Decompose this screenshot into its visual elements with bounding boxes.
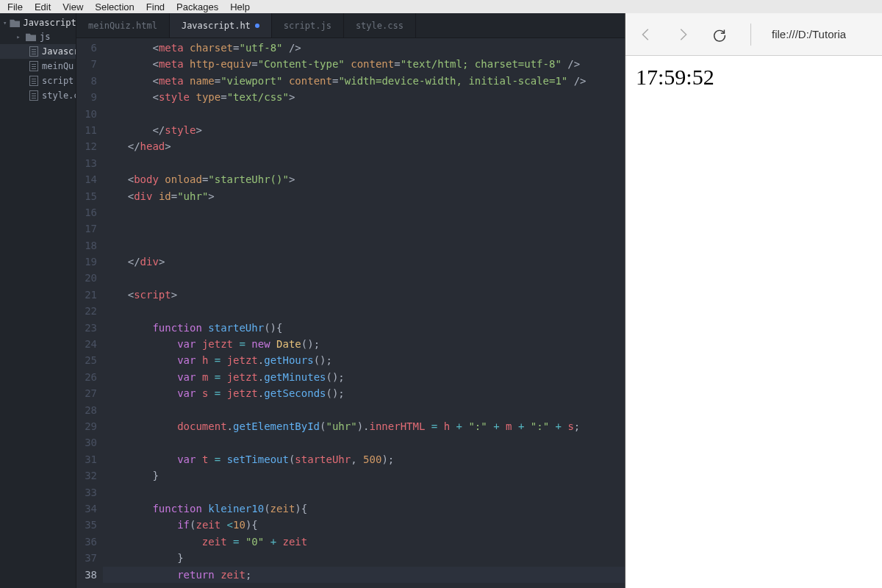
tree-file[interactable]: meinQu [0, 59, 76, 74]
refresh-button[interactable] [709, 24, 730, 45]
tree-file[interactable]: Javascri [0, 44, 76, 59]
tabbar: meinQuiz.htmlJavascript.htscript.jsstyle… [76, 13, 625, 38]
back-button[interactable] [636, 24, 656, 45]
clock-output: 17:59:52 [636, 65, 714, 89]
tree-file-label: style.css [42, 90, 76, 101]
editor-pane: ▾ Javascript P ▸ js JavascrimeinQuscript… [0, 13, 625, 588]
editor-tab[interactable]: style.css [344, 13, 416, 37]
menubar: FileEditViewSelectionFindPackagesHelp [0, 0, 882, 13]
tree-folder-js[interactable]: ▸ js [0, 29, 76, 44]
file-icon [29, 61, 38, 71]
chevron-down-icon: ▾ [3, 19, 7, 26]
tree-file[interactable]: script.js [0, 74, 76, 88]
address-bar[interactable]: file:///D:/Tutoria [772, 28, 846, 40]
editor-tab[interactable]: Javascript.ht [170, 13, 272, 37]
forward-button[interactable] [673, 24, 693, 45]
tab-label: Javascript.ht [182, 21, 251, 31]
tree-folder-label: js [40, 32, 50, 42]
project-root[interactable]: ▾ Javascript P [0, 16, 76, 29]
menu-edit[interactable]: Edit [30, 1, 55, 12]
editor-tab[interactable]: script.js [272, 13, 344, 37]
main-area: ▾ Javascript P ▸ js JavascrimeinQuscript… [0, 13, 882, 588]
browser-toolbar: file:///D:/Tutoria [625, 13, 882, 56]
file-icon [29, 90, 38, 101]
tree-file[interactable]: style.css [0, 88, 76, 103]
menu-file[interactable]: File [3, 1, 27, 12]
menu-help[interactable]: Help [226, 1, 254, 12]
folder-icon [26, 32, 36, 41]
line-gutter: 6789101112131415161718192021222324252627… [76, 38, 103, 588]
tree-file-label: meinQu [42, 61, 74, 71]
browser-pane: file:///D:/Tutoria 17:59:52 [625, 13, 882, 588]
chevron-right-icon: ▸ [15, 33, 22, 40]
code-area[interactable]: <meta charset="utf-8" /> <meta http-equi… [103, 38, 625, 588]
toolbar-divider [750, 24, 751, 46]
menu-packages[interactable]: Packages [172, 1, 223, 12]
code-editor[interactable]: 6789101112131415161718192021222324252627… [76, 38, 625, 588]
tab-label: meinQuiz.html [88, 21, 157, 31]
menu-selection[interactable]: Selection [90, 1, 138, 12]
project-root-label: Javascript P [23, 18, 76, 28]
browser-content: 17:59:52 [625, 56, 882, 588]
menu-find[interactable]: Find [142, 1, 169, 12]
menu-view[interactable]: View [58, 1, 87, 12]
file-icon [29, 76, 38, 86]
dirty-indicator-icon [255, 24, 259, 28]
project-sidebar: ▾ Javascript P ▸ js JavascrimeinQuscript… [0, 13, 76, 588]
tab-label: style.css [356, 21, 404, 31]
tree-file-label: Javascri [42, 46, 76, 57]
file-icon [29, 46, 38, 57]
tab-label: script.js [284, 21, 331, 31]
editor-tab[interactable]: meinQuiz.html [76, 13, 170, 37]
tree-file-label: script.js [42, 76, 76, 86]
folder-icon [10, 18, 20, 27]
